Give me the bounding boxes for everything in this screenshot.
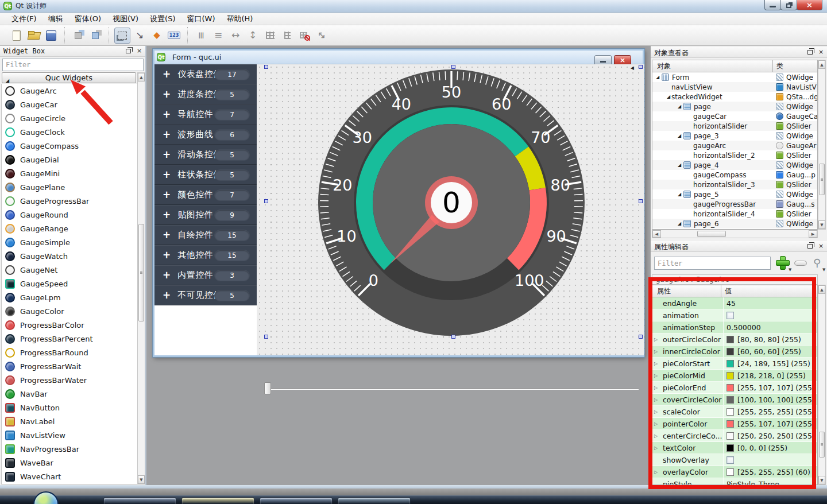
adjust-size-button[interactable]: ↔ <box>314 28 330 44</box>
scrollbar-thumb[interactable] <box>819 164 825 195</box>
widget-item-wavechart[interactable]: WaveChart <box>2 470 137 483</box>
nav-item-9[interactable]: +贴图控件9 <box>154 205 257 225</box>
widget-item-navbar[interactable]: NavBar <box>2 387 137 401</box>
widget-item-gaugelpm[interactable]: GaugeLpm <box>2 290 137 304</box>
nav-item-17[interactable]: +仪表盘控件17 <box>154 64 257 84</box>
menu-item-w[interactable]: 窗口(W) <box>181 13 221 25</box>
new-form-button[interactable] <box>9 28 25 44</box>
horizontal-slider-handle[interactable] <box>264 382 271 394</box>
selection-handle[interactable] <box>639 65 643 69</box>
layout-form-button[interactable] <box>279 28 295 44</box>
menu-item-v[interactable]: 视图(V) <box>107 13 144 25</box>
tree-row-gaugearc[interactable]: gaugeArcGaugeAr <box>652 141 817 150</box>
widget-item-progressbarwait[interactable]: ProgressBarWait <box>2 359 137 373</box>
form-titlebar[interactable]: Qt Form - quc.ui × <box>154 51 643 64</box>
widget-item-gaugeprogressbar[interactable]: GaugeProgressBar <box>2 194 137 208</box>
scroll-down-icon[interactable]: ▼ <box>138 475 145 484</box>
nav-item-5[interactable]: +柱状条控件5 <box>154 165 257 185</box>
inspector-hscrollbar[interactable]: ◀ ▶ <box>652 230 818 238</box>
widget-item-gaugeplane[interactable]: GaugePlane <box>2 180 137 194</box>
taskbar-button-3[interactable] <box>260 497 333 504</box>
edit-widgets-button[interactable] <box>114 28 130 44</box>
nav-item-5[interactable]: +进度条控件5 <box>154 84 257 104</box>
menu-item-h[interactable]: 帮助(H) <box>221 13 258 25</box>
tree-row-horizontalslider_3[interactable]: horizontalSlider_3QSlider <box>652 180 817 189</box>
tree-row-horizontalslider_4[interactable]: horizontalSlider_4QSlider <box>652 209 817 219</box>
widget-box-scrollbar[interactable]: ▲ ▼ <box>137 72 145 484</box>
scroll-up-icon[interactable]: ▲ <box>138 73 145 82</box>
expander-icon[interactable]: ◢ <box>655 75 660 80</box>
edit-signals-slots-button[interactable]: ↘ <box>132 28 148 44</box>
widget-item-gaugecompass[interactable]: GaugeCompass <box>2 139 137 153</box>
remove-property-button[interactable] <box>794 261 807 266</box>
expander-icon[interactable]: ◢ <box>666 94 671 99</box>
taskbar-button-4[interactable] <box>338 497 411 504</box>
property-vscrollbar[interactable]: ▲ ▼ <box>818 285 826 485</box>
widget-item-gaugeround[interactable]: GaugeRound <box>2 208 137 222</box>
nav-item-6[interactable]: +波形曲线6 <box>154 125 257 145</box>
tree-row-page_6[interactable]: ◢page_6QWidge <box>652 219 817 228</box>
nav-item-5[interactable]: +滑动条控件5 <box>154 145 257 165</box>
selection-handle[interactable] <box>451 65 455 69</box>
widget-item-progressbarround[interactable]: ProgressBarRound <box>2 346 137 359</box>
selection-handle[interactable] <box>264 65 268 69</box>
save-form-button[interactable] <box>43 28 59 44</box>
tree-row-form[interactable]: ◢FormQWidge <box>652 72 817 82</box>
scroll-down-icon[interactable]: ▼ <box>818 220 825 229</box>
widget-item-navprogressbar[interactable]: NavProgressBar <box>2 442 137 456</box>
gauge-arc-widget[interactable]: 01020304050607080901000 <box>314 65 589 340</box>
widget-item-navbutton[interactable]: NavButton <box>2 401 137 414</box>
widget-filter-input[interactable] <box>2 59 144 71</box>
widget-item-progressbarpercent[interactable]: ProgressBarPercent <box>2 332 137 346</box>
menu-item-s[interactable]: 设置(S) <box>144 13 181 25</box>
widget-item-progressbarwater[interactable]: ProgressBarWater <box>2 373 137 387</box>
minimize-button[interactable] <box>764 0 781 10</box>
scroll-right-icon[interactable]: ▶ <box>809 230 817 238</box>
send-to-back-button[interactable] <box>70 28 86 44</box>
bring-to-front-button[interactable] <box>87 28 103 44</box>
widget-item-gaugecolor[interactable]: GaugeColor <box>2 304 137 318</box>
tree-row-page_5[interactable]: ◢page_5QWidge <box>652 189 817 199</box>
scrollbar-thumb[interactable] <box>697 231 726 237</box>
layout-vertical-button[interactable]: ≡ <box>193 28 209 44</box>
selection-handle[interactable] <box>639 335 643 339</box>
nav-item-15[interactable]: +其他控件15 <box>154 245 257 265</box>
layout-grid-button[interactable] <box>262 28 278 44</box>
widget-item-gaugenet[interactable]: GaugeNet <box>2 263 137 277</box>
widget-item-navlistview[interactable]: NavListView <box>2 428 137 442</box>
inspector-vscrollbar[interactable]: ▲ ▼ <box>818 60 826 230</box>
tree-row-horizontalslider[interactable]: horizontalSliderQSlider <box>652 121 817 131</box>
tree-row-gaugecar[interactable]: gaugeCarGaugeCa <box>652 111 817 121</box>
layout-horizontal-button[interactable]: ≡ <box>210 28 226 44</box>
horizontal-slider-groove[interactable] <box>265 388 639 390</box>
widget-item-gaugewatch[interactable]: GaugeWatch <box>2 249 137 263</box>
tree-row-page_3[interactable]: ◢page_3QWidge <box>652 131 817 141</box>
menu-item-o[interactable]: 窗体(O) <box>69 13 107 25</box>
close-panel-icon[interactable]: × <box>817 48 825 56</box>
class-column-header[interactable]: 类 <box>772 60 818 72</box>
open-form-button[interactable] <box>26 28 42 44</box>
expander-icon[interactable]: ◢ <box>677 192 682 197</box>
menu-item-[interactable]: 编辑 <box>42 13 69 25</box>
selection-handle[interactable] <box>264 199 268 203</box>
widget-item-gaugedial[interactable]: GaugeDial <box>2 153 137 166</box>
tree-row-horizontalslider_2[interactable]: horizontalSlider_2QSlider <box>652 150 817 160</box>
taskbar-button-1[interactable] <box>103 497 176 504</box>
float-panel-icon[interactable] <box>806 48 814 56</box>
close-panel-icon[interactable]: × <box>136 47 143 55</box>
tree-row-gaugeprogressbar[interactable]: gaugeProgressBarGaug...s <box>652 199 817 209</box>
nav-item-5[interactable]: +不可见控件5 <box>154 285 257 305</box>
widget-item-wavebar[interactable]: WaveBar <box>2 456 137 470</box>
nav-item-15[interactable]: +自绘控件15 <box>154 225 257 245</box>
scroll-up-icon[interactable]: ▲ <box>818 285 825 294</box>
edit-tab-order-button[interactable]: 123 <box>166 28 182 44</box>
scroll-left-icon[interactable]: ◀ <box>652 230 661 238</box>
nav-item-7[interactable]: +导航控件7 <box>154 104 257 125</box>
tree-row-stackedwidget[interactable]: ◢stackedWidgetQSta...dg <box>652 92 817 102</box>
nav-item-3[interactable]: +内置控件3 <box>154 265 257 285</box>
tree-row-navlistview[interactable]: navListViewNavListV <box>652 82 817 92</box>
selection-handle[interactable] <box>451 335 455 339</box>
property-filter-input[interactable] <box>654 257 771 270</box>
layout-split-horizontal-button[interactable]: ↔ <box>227 28 244 44</box>
widget-item-gaugemini[interactable]: GaugeMini <box>2 166 137 180</box>
